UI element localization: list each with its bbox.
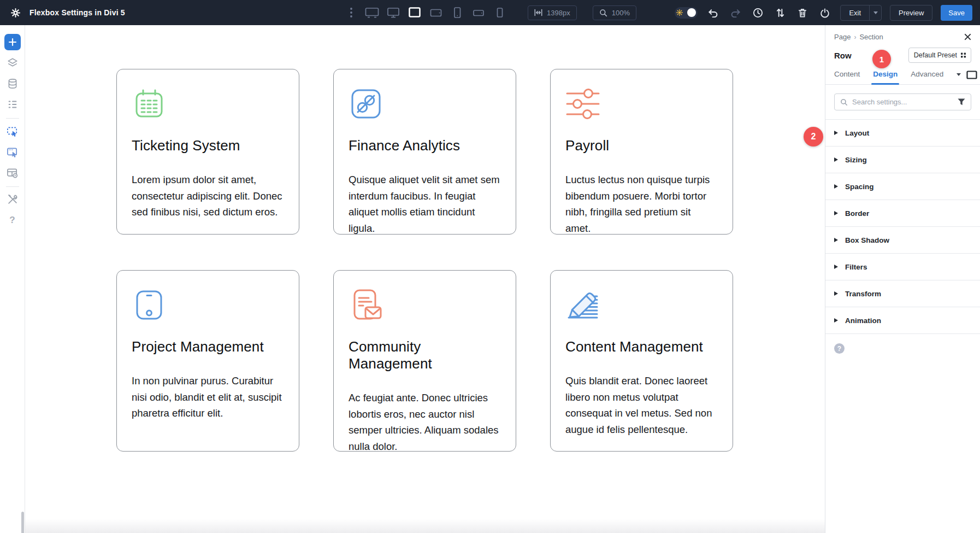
sort-arrows-icon[interactable] — [773, 5, 787, 20]
exit-button[interactable]: Exit — [841, 9, 869, 17]
filter-icon[interactable] — [958, 98, 965, 106]
zoom-level-input[interactable]: 100% — [593, 5, 636, 20]
section-layout[interactable]: Layout — [825, 120, 980, 147]
history-icon[interactable] — [751, 5, 765, 20]
default-preset-button[interactable]: Default Preset — [908, 48, 971, 63]
preview-button[interactable]: Preview — [890, 5, 932, 21]
card-body: Lorem ipsum dolor sit amet, consectetur … — [132, 172, 284, 220]
settings-accordion: Layout Sizing Spacing Border Box Shadow … — [825, 119, 980, 334]
undo-icon[interactable] — [706, 5, 720, 20]
blurb-row-1: Ticketing System Lorem ipsum dolor sit a… — [116, 69, 733, 235]
exit-dropdown-button[interactable] — [869, 5, 881, 20]
page-title: Flexbox Settings in Divi 5 — [29, 8, 125, 17]
desktop-view-icon[interactable] — [966, 71, 977, 79]
triangle-right-icon — [834, 318, 838, 323]
phone-small-icon[interactable] — [492, 5, 507, 20]
phone-landscape-icon[interactable] — [471, 5, 486, 20]
redo-icon[interactable] — [728, 5, 742, 20]
card-body: Ac feugiat ante. Donec ultricies loborti… — [349, 390, 501, 454]
trash-icon[interactable] — [795, 5, 810, 20]
panel-header: Row Default Preset — [834, 48, 971, 63]
section-transform[interactable]: Transform — [825, 280, 980, 307]
tab-advanced[interactable]: Advanced — [911, 70, 943, 84]
breadcrumb: Page › Section — [834, 33, 971, 41]
light-mode-toggle[interactable] — [675, 7, 698, 19]
tools-icon[interactable] — [4, 191, 21, 208]
help-icon[interactable]: ? — [834, 343, 845, 354]
canvas-width-value: 1398px — [547, 9, 570, 17]
section-filters[interactable]: Filters — [825, 254, 980, 280]
insert-module-icon[interactable] — [4, 123, 21, 139]
save-button[interactable]: Save — [941, 5, 972, 21]
triangle-right-icon — [834, 238, 838, 242]
section-sizing[interactable]: Sizing — [825, 147, 980, 173]
preset-grid-icon — [961, 52, 966, 58]
width-arrows-icon — [534, 9, 542, 16]
tab-content[interactable]: Content — [834, 70, 860, 84]
linked-nodes-icon — [349, 86, 383, 121]
settings-panel: 1 2 Page › Section Row Default Preset Co… — [825, 25, 980, 533]
blurb-card-ticketing-system[interactable]: Ticketing System Lorem ipsum dolor sit a… — [116, 69, 299, 235]
card-body: In non pulvinar purus. Curabitur nisi od… — [132, 373, 284, 421]
breadcrumb-page[interactable]: Page — [834, 33, 851, 41]
sliders-icon — [565, 86, 600, 121]
section-box-shadow[interactable]: Box Shadow — [825, 227, 980, 254]
tablet-landscape-icon[interactable] — [428, 5, 444, 20]
zoom-level-value: 100% — [612, 9, 630, 17]
laptop-icon[interactable] — [407, 5, 422, 20]
sun-icon — [676, 9, 683, 16]
blurb-row-2: Project Management In non pulvinar purus… — [116, 270, 733, 452]
toggle-knob — [687, 8, 696, 17]
insert-module-alt-icon[interactable] — [4, 144, 21, 160]
card-title: Ticketing System — [132, 137, 284, 154]
card-title: Finance Analytics — [349, 137, 501, 154]
calendar-icon — [132, 86, 167, 121]
blurb-card-payroll[interactable]: Payroll Luctus lectus non quisque turpis… — [550, 69, 733, 235]
blurb-card-content-management[interactable]: Content Management Quis blandit erat. Do… — [550, 270, 733, 452]
section-animation[interactable]: Animation — [825, 307, 980, 334]
document-mail-icon — [349, 288, 383, 323]
list-rows-icon[interactable] — [4, 96, 21, 113]
section-border[interactable]: Border — [825, 200, 980, 227]
close-icon — [964, 33, 971, 40]
close-panel-button[interactable] — [964, 33, 971, 40]
chevron-down-icon — [873, 11, 878, 14]
breadcrumb-section[interactable]: Section — [859, 33, 883, 41]
phone-portrait-icon[interactable] — [450, 5, 465, 20]
tabs-dropdown-icon[interactable] — [957, 73, 961, 76]
chevron-right-icon: › — [854, 33, 856, 41]
desktop-xl-icon[interactable] — [364, 5, 380, 20]
table-settings-icon[interactable] — [4, 165, 21, 181]
sidebar-divider — [6, 118, 19, 119]
card-title: Community Management — [349, 338, 501, 372]
card-body: Quis blandit erat. Donec laoreet libero … — [565, 373, 718, 437]
add-button[interactable] — [4, 34, 21, 50]
layers-icon[interactable] — [4, 55, 21, 71]
triangle-right-icon — [834, 211, 838, 215]
desktop-icon[interactable] — [386, 5, 401, 20]
power-icon[interactable] — [818, 5, 832, 20]
card-body: Quisque aliquet velit sit amet sem inter… — [349, 172, 501, 236]
triangle-right-icon — [834, 131, 838, 135]
database-icon[interactable] — [4, 75, 21, 92]
card-title: Content Management — [565, 338, 718, 355]
triangle-right-icon — [834, 291, 838, 296]
help-icon[interactable]: ? — [4, 212, 21, 229]
more-dots-icon[interactable] — [344, 5, 358, 20]
canvas-width-input[interactable]: 1398px — [528, 5, 577, 20]
canvas[interactable]: Ticketing System Lorem ipsum dolor sit a… — [25, 25, 825, 533]
scrollbar-thumb[interactable] — [21, 512, 24, 533]
search-input[interactable] — [852, 98, 953, 106]
tab-design[interactable]: Design — [873, 70, 898, 84]
gear-icon[interactable] — [8, 5, 22, 20]
blurb-card-community-management[interactable]: Community Management Ac feugiat ante. Do… — [333, 270, 516, 452]
triangle-right-icon — [834, 157, 838, 162]
card-title: Project Management — [132, 338, 284, 355]
search-settings — [834, 93, 971, 110]
sidebar-divider — [6, 186, 19, 187]
step-badge-1: 1 — [872, 50, 891, 68]
blurb-card-finance-analytics[interactable]: Finance Analytics Quisque aliquet velit … — [333, 69, 516, 235]
blurb-card-project-management[interactable]: Project Management In non pulvinar purus… — [116, 270, 299, 452]
zoom-magnifier-icon — [599, 9, 607, 17]
section-spacing[interactable]: Spacing — [825, 173, 980, 200]
